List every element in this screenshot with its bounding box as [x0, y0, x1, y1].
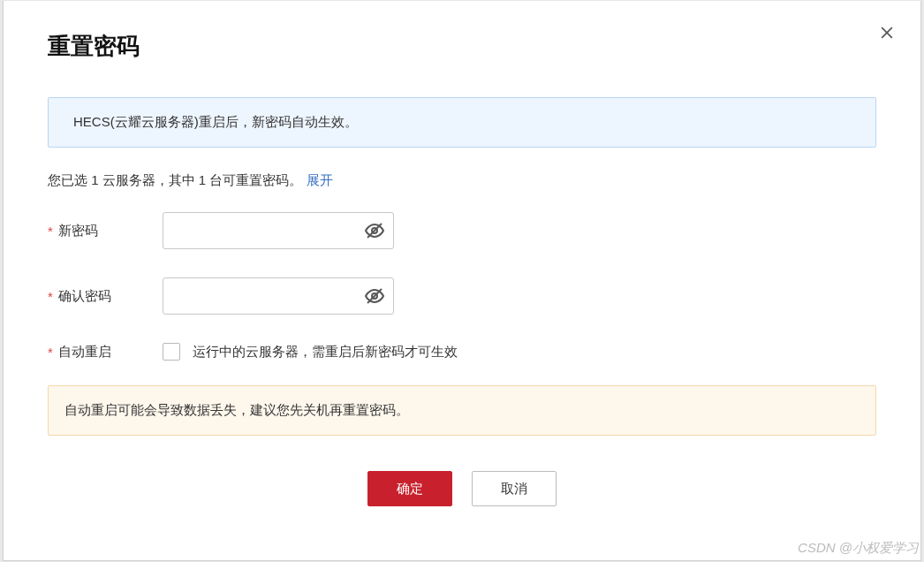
auto-restart-row: * 自动重启 运行中的云服务器，需重启后新密码才可生效 [48, 343, 876, 361]
auto-restart-hint: 运行中的云服务器，需重启后新密码才可生效 [193, 344, 458, 361]
confirm-password-label: * 确认密码 [48, 288, 163, 305]
required-star-icon: * [48, 224, 53, 239]
expand-link[interactable]: 展开 [307, 172, 333, 187]
reset-password-modal: 重置密码 HECS(云耀云服务器)重启后，新密码自动生效。 您已选 1 云服务器… [3, 1, 921, 561]
toggle-new-password-visibility[interactable] [364, 220, 385, 241]
info-banner: HECS(云耀云服务器)重启后，新密码自动生效。 [48, 97, 876, 148]
new-password-label-text: 新密码 [58, 223, 98, 239]
new-password-label: * 新密码 [48, 223, 163, 239]
required-star-icon: * [48, 289, 53, 304]
toggle-confirm-password-visibility[interactable] [364, 285, 385, 307]
confirm-password-row: * 确认密码 [48, 277, 876, 315]
modal-title: 重置密码 [48, 31, 876, 62]
selection-summary: 您已选 1 云服务器，其中 1 台可重置密码。 展开 [48, 172, 876, 189]
required-star-icon: * [48, 345, 53, 360]
new-password-wrap [163, 212, 394, 249]
selection-text: 您已选 1 云服务器，其中 1 台可重置密码。 [48, 172, 302, 187]
new-password-row: * 新密码 [48, 212, 876, 249]
confirm-password-input[interactable] [163, 277, 394, 315]
confirm-password-wrap [163, 277, 394, 315]
close-button[interactable] [878, 24, 896, 45]
auto-restart-label-text: 自动重启 [58, 344, 111, 361]
auto-restart-label: * 自动重启 [48, 344, 163, 361]
eye-off-icon [364, 285, 385, 307]
confirm-button[interactable]: 确定 [367, 471, 452, 506]
new-password-input[interactable] [163, 212, 394, 249]
warning-banner: 自动重启可能会导致数据丢失，建议您先关机再重置密码。 [48, 385, 876, 436]
cancel-button[interactable]: 取消 [472, 471, 557, 506]
auto-restart-checkbox[interactable] [163, 343, 180, 361]
close-icon [878, 24, 896, 42]
modal-actions: 确定 取消 [48, 471, 876, 506]
confirm-password-label-text: 确认密码 [58, 288, 111, 305]
eye-off-icon [364, 220, 385, 241]
